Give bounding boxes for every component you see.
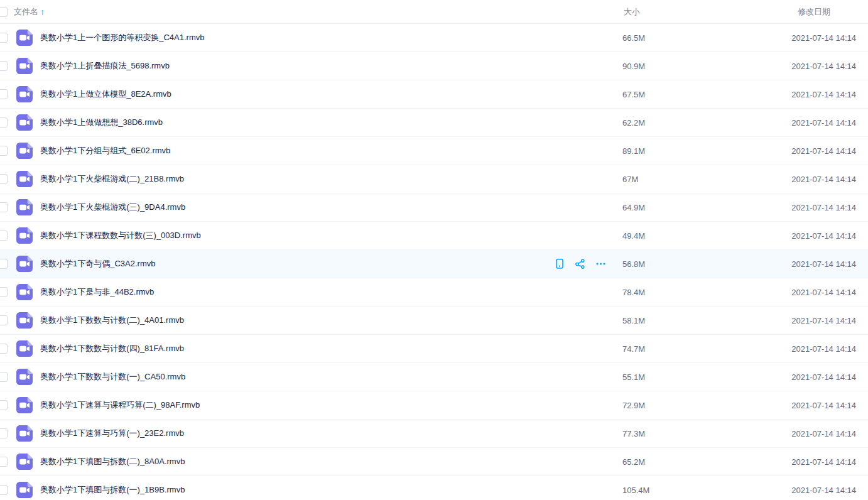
file-date: 2021-07-14 14:14 xyxy=(791,344,856,354)
file-name[interactable]: 奥数小学1下分组与组式_6E02.rmvb xyxy=(40,145,170,156)
row-checkbox[interactable] xyxy=(0,146,8,156)
video-file-icon xyxy=(16,340,33,357)
file-row[interactable]: 奥数小学1上做立体模型_8E2A.rmvb 67.5M 2021-07-14 1… xyxy=(0,80,868,109)
file-name[interactable]: 奥数小学1下是与非_44B2.rmvb xyxy=(40,286,154,298)
file-size: 66.5M xyxy=(622,33,645,43)
file-name[interactable]: 奥数小学1下数数与计数(四)_81FA.rmvb xyxy=(40,343,184,354)
row-checkbox[interactable] xyxy=(0,259,8,269)
file-name[interactable]: 奥数小学1下速算与课程巧算(二)_98AF.rmvb xyxy=(40,399,200,411)
row-checkbox[interactable] xyxy=(0,202,8,212)
file-row[interactable]: 奥数小学1上折叠描痕法_5698.rmvb 90.9M 2021-07-14 1… xyxy=(0,52,868,80)
video-file-icon xyxy=(16,284,33,300)
file-name[interactable]: 奥数小学1下速算与巧算(一)_23E2.rmvb xyxy=(40,428,184,439)
file-size: 78.4M xyxy=(622,288,645,297)
file-date: 2021-07-14 14:14 xyxy=(791,118,856,128)
file-date: 2021-07-14 14:14 xyxy=(791,372,856,382)
file-row[interactable]: 奥数小学1下奇与偶_C3A2.rmvb xyxy=(0,250,868,278)
video-file-icon xyxy=(16,397,33,413)
file-row[interactable]: 奥数小学1下数数与计数(二)_4A01.rmvb 58.1M 2021-07-1… xyxy=(0,307,868,335)
file-name[interactable]: 奥数小学1下奇与偶_C3A2.rmvb xyxy=(40,258,155,269)
video-file-icon xyxy=(16,58,33,74)
more-actions-button[interactable] xyxy=(595,259,606,269)
sort-ascending-icon[interactable]: ↑ xyxy=(40,8,45,16)
file-row[interactable]: 奥数小学1下填图与拆数(二)_8A0A.rmvb 65.2M 2021-07-1… xyxy=(0,448,868,476)
column-header-filename[interactable]: 文件名 xyxy=(14,6,38,18)
share-button[interactable] xyxy=(575,259,585,269)
row-checkbox[interactable] xyxy=(0,400,8,410)
video-file-icon xyxy=(16,227,33,244)
file-date: 2021-07-14 14:14 xyxy=(791,401,856,410)
file-date: 2021-07-14 14:14 xyxy=(791,33,856,43)
file-size: 89.1M xyxy=(622,146,645,156)
file-row[interactable]: 奥数小学1下速算与课程巧算(二)_98AF.rmvb 72.9M 2021-07… xyxy=(0,391,868,420)
video-file-icon xyxy=(16,143,33,159)
file-date: 2021-07-14 14:14 xyxy=(791,231,856,241)
file-name[interactable]: 奥数小学1下填图与拆数(二)_8A0A.rmvb xyxy=(40,456,185,467)
row-checkbox[interactable] xyxy=(0,428,8,438)
file-date: 2021-07-14 14:14 xyxy=(791,457,856,467)
file-row[interactable]: 奥数小学1下分组与组式_6E02.rmvb 89.1M 2021-07-14 1… xyxy=(0,137,868,165)
save-to-device-button[interactable] xyxy=(554,259,565,269)
file-size: 67.5M xyxy=(622,90,645,99)
file-size: 90.9M xyxy=(622,62,645,71)
video-file-icon xyxy=(16,312,33,329)
video-file-icon xyxy=(16,171,33,187)
video-file-icon xyxy=(16,199,33,215)
row-checkbox[interactable] xyxy=(0,457,8,467)
file-row[interactable]: 奥数小学1下火柴棍游戏(三)_9DA4.rmvb 64.9M 2021-07-1… xyxy=(0,193,868,222)
file-row[interactable]: 奥数小学1上一个图形的等积变换_C4A1.rmvb 66.5M 2021-07-… xyxy=(0,24,868,52)
video-file-icon xyxy=(16,369,33,385)
row-checkbox[interactable] xyxy=(0,89,8,99)
file-date: 2021-07-14 14:14 xyxy=(791,429,856,438)
file-name[interactable]: 奥数小学1下课程数数与计数(三)_003D.rmvb xyxy=(40,230,201,241)
file-date: 2021-07-14 14:14 xyxy=(791,90,856,99)
file-row[interactable]: 奥数小学1下数数与计数(一)_CA50.rmvb 55.1M 2021-07-1… xyxy=(0,363,868,391)
file-name[interactable]: 奥数小学1上一个图形的等积变换_C4A1.rmvb xyxy=(40,32,204,43)
file-name[interactable]: 奥数小学1上做立体模型_8E2A.rmvb xyxy=(40,89,171,100)
file-name[interactable]: 奥数小学1上做做想想_38D6.rmvb xyxy=(40,117,163,128)
file-row[interactable]: 奥数小学1下课程数数与计数(三)_003D.rmvb 49.4M 2021-07… xyxy=(0,222,868,250)
row-checkbox[interactable] xyxy=(0,315,8,325)
file-name[interactable]: 奥数小学1下火柴棍游戏(三)_9DA4.rmvb xyxy=(40,202,185,213)
file-name[interactable]: 奥数小学1下数数与计数(二)_4A01.rmvb xyxy=(40,315,184,326)
file-size: 67M xyxy=(622,175,638,184)
file-row[interactable]: 奥数小学1下火柴棍游戏(二)_21B8.rmvb 67M 2021-07-14 … xyxy=(0,165,868,193)
row-hover-actions xyxy=(554,259,606,269)
file-name[interactable]: 奥数小学1下火柴棍游戏(二)_21B8.rmvb xyxy=(40,173,184,185)
file-name[interactable]: 奥数小学1上折叠描痕法_5698.rmvb xyxy=(40,60,170,72)
file-size: 64.9M xyxy=(622,203,645,212)
file-size: 74.7M xyxy=(622,344,645,354)
row-checkbox[interactable] xyxy=(0,117,8,128)
file-name[interactable]: 奥数小学1下填图与拆数(一)_1B9B.rmvb xyxy=(40,484,185,496)
video-file-icon xyxy=(16,482,33,498)
row-checkbox[interactable] xyxy=(0,372,8,382)
file-row[interactable]: 奥数小学1下速算与巧算(一)_23E2.rmvb 77.3M 2021-07-1… xyxy=(0,420,868,448)
video-file-icon xyxy=(16,454,33,470)
row-checkbox[interactable] xyxy=(0,33,8,43)
column-header-size[interactable]: 大小 xyxy=(624,6,640,18)
file-size: 77.3M xyxy=(622,429,645,438)
file-date: 2021-07-14 14:14 xyxy=(791,288,856,297)
row-checkbox[interactable] xyxy=(0,231,8,241)
video-file-icon xyxy=(16,256,33,272)
file-row[interactable]: 奥数小学1下填图与拆数(一)_1B9B.rmvb 105.4M 2021-07-… xyxy=(0,476,868,500)
row-checkbox[interactable] xyxy=(0,174,8,184)
video-file-icon xyxy=(16,86,33,102)
file-size: 49.4M xyxy=(622,231,645,241)
column-header-date[interactable]: 修改日期 xyxy=(798,6,830,18)
file-row[interactable]: 奥数小学1下是与非_44B2.rmvb 78.4M 2021-07-14 14:… xyxy=(0,278,868,307)
ellipsis-icon xyxy=(595,259,606,269)
row-checkbox[interactable] xyxy=(0,344,8,354)
row-checkbox[interactable] xyxy=(0,485,8,495)
row-checkbox[interactable] xyxy=(0,61,8,71)
file-row[interactable]: 奥数小学1下数数与计数(四)_81FA.rmvb 74.7M 2021-07-1… xyxy=(0,335,868,363)
file-size: 72.9M xyxy=(622,401,645,410)
select-all-checkbox[interactable] xyxy=(0,7,8,17)
file-row[interactable]: 奥数小学1上做做想想_38D6.rmvb 62.2M 2021-07-14 14… xyxy=(0,109,868,137)
file-manager-screen: 文件名 ↑ 大小 修改日期 奥数小学1上一个图形的等积变换_C4A1.rmvb … xyxy=(0,0,868,500)
row-checkbox[interactable] xyxy=(0,287,8,297)
file-date: 2021-07-14 14:14 xyxy=(791,316,856,325)
file-date: 2021-07-14 14:14 xyxy=(791,486,856,495)
video-file-icon xyxy=(16,30,33,46)
file-name[interactable]: 奥数小学1下数数与计数(一)_CA50.rmvb xyxy=(40,371,185,383)
